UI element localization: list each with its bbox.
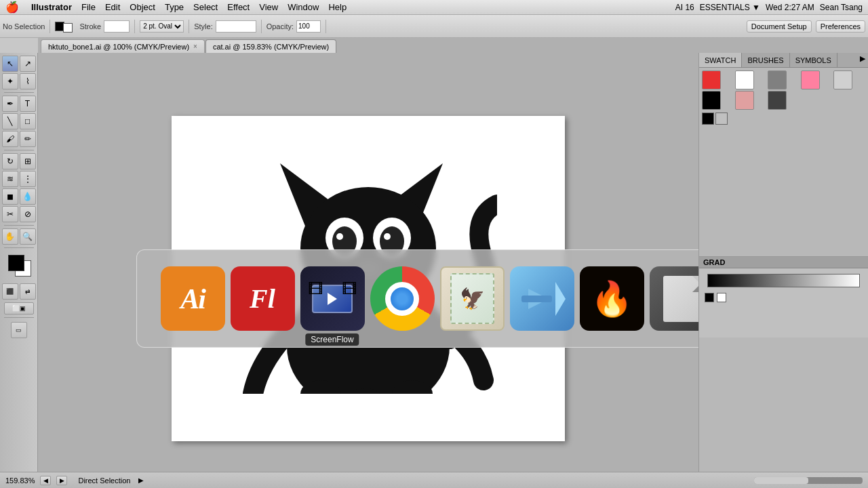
stroke-swatch[interactable]: [63, 23, 73, 33]
dock-item-migrate[interactable]: [510, 266, 574, 331]
rotate-tool[interactable]: ↻: [2, 153, 18, 169]
opacity-label: Opacity:: [267, 22, 294, 30]
document-setup-button[interactable]: Document Setup: [747, 20, 812, 33]
menu-window[interactable]: Window: [288, 2, 319, 12]
hand-tool[interactable]: ✋: [2, 228, 18, 245]
type-tool[interactable]: T: [20, 96, 36, 112]
tool-row-7: ≋ ⋮: [2, 171, 36, 187]
dock-item-pages[interactable]: [650, 266, 699, 331]
lasso-tool[interactable]: ⌇: [20, 73, 36, 89]
dock-item-illustrator[interactable]: Ai: [161, 266, 225, 331]
stroke-input[interactable]: [104, 20, 130, 33]
toolbar: No Selection Stroke 2 pt. Oval Style: Op…: [0, 15, 868, 38]
screenflow-tooltip: ScreenFlow: [305, 333, 359, 346]
sw-silver-sm[interactable]: [715, 113, 728, 125]
menubar-essentials[interactable]: ESSENTIALS ▼: [700, 3, 760, 12]
panel-tab-brushes[interactable]: BRUSHES: [742, 53, 789, 67]
flash-icon: Fl: [231, 266, 295, 331]
pen-tool[interactable]: ✒: [2, 96, 18, 112]
svg-rect-15: [521, 296, 552, 302]
scale-tool[interactable]: ⊞: [20, 153, 36, 169]
screenflow-icon: 🎞 🎞: [300, 266, 365, 331]
swatch-red[interactable]: [702, 70, 721, 89]
tab-cat[interactable]: cat.ai @ 159.83% (CMYK/Preview): [205, 39, 336, 53]
panel-tab-swatch[interactable]: SWATCH: [699, 53, 742, 67]
dock-item-burn[interactable]: 🔥: [580, 266, 644, 331]
swatch-lgray[interactable]: [833, 70, 852, 89]
tool-row-10: ✋ 🔍: [2, 228, 36, 245]
tool-row-6: ↻ ⊞: [2, 153, 36, 169]
menu-help[interactable]: Help: [328, 2, 347, 12]
panel-menu-btn[interactable]: ▶: [857, 53, 868, 67]
zoom-tool[interactable]: 🔍: [20, 228, 36, 245]
panel-tabs: SWATCH BRUSHES SYMBOLS ▶: [699, 53, 868, 68]
menu-object[interactable]: Object: [130, 2, 155, 12]
gradient-panel: GRAD: [698, 256, 868, 338]
menu-type[interactable]: Type: [165, 2, 184, 12]
slice-tool[interactable]: ⊘: [20, 206, 36, 222]
brush-select[interactable]: 2 pt. Oval: [140, 20, 184, 33]
shape-tool[interactable]: □: [20, 113, 36, 129]
eyedropper-tool[interactable]: 💧: [20, 188, 36, 205]
menu-illustrator[interactable]: Illustrator: [31, 2, 72, 12]
mesh-tool[interactable]: ⋮: [20, 171, 36, 187]
dock-item-chrome[interactable]: [370, 266, 435, 331]
scroll-thumb: [754, 477, 808, 484]
dock-item-screenflow[interactable]: 🎞 🎞 ScreenFlow: [300, 266, 365, 331]
swap-colors-btn[interactable]: ⇄: [20, 283, 36, 300]
apple-menu-icon[interactable]: 🍎: [5, 1, 19, 14]
selection-tool[interactable]: ↖: [2, 56, 18, 72]
gradient-tool[interactable]: ◼: [2, 188, 18, 205]
scissors-tool[interactable]: ✂: [2, 206, 18, 222]
panel-tab-symbols[interactable]: SYMBOLS: [790, 53, 837, 67]
swatch-gray[interactable]: [768, 70, 787, 89]
swatch-black[interactable]: [702, 91, 721, 110]
tab-hktuto-label: hktuto_bone1.ai @ 100% (CMYK/Preview): [48, 43, 189, 51]
default-colors-btn[interactable]: ⬛: [2, 283, 18, 300]
scroll-bar[interactable]: [754, 477, 863, 484]
menu-file[interactable]: File: [81, 2, 96, 12]
tool-div-1: [4, 92, 34, 93]
screen-mode-btn[interactable]: ▭: [11, 322, 27, 338]
menu-view[interactable]: View: [259, 2, 278, 12]
gradient-swatch[interactable]: [707, 274, 859, 287]
magic-wand-tool[interactable]: ✦: [2, 73, 18, 89]
pages-icon: [650, 266, 699, 331]
swatch-white[interactable]: [735, 70, 754, 89]
tab-hktuto[interactable]: hktuto_bone1.ai @ 100% (CMYK/Preview) ×: [41, 39, 205, 53]
tool-indicator: Direct Selection: [78, 476, 130, 485]
swatch-pink[interactable]: [801, 70, 820, 89]
chrome-icon: [370, 266, 435, 331]
swatch-dgray[interactable]: [768, 91, 787, 110]
style-input[interactable]: [216, 20, 256, 33]
menu-edit[interactable]: Edit: [105, 2, 120, 12]
menu-effect[interactable]: Effect: [227, 2, 250, 12]
tool-row-5: 🖌 ✏: [2, 131, 36, 147]
gradient-stop-1[interactable]: [705, 293, 714, 302]
blend-tool[interactable]: ≋: [2, 171, 18, 187]
direct-selection-tool[interactable]: ↗: [20, 56, 36, 72]
nav-next-btn[interactable]: ▶: [56, 476, 67, 485]
no-selection-label: No Selection: [3, 22, 45, 30]
toolbar-sep-1: [50, 20, 50, 33]
line-tool[interactable]: ╲: [2, 113, 18, 129]
stroke-fill-btn[interactable]: ⬜▣: [4, 302, 34, 314]
menubar-time: Wed 2:27 AM: [766, 3, 814, 12]
opacity-input[interactable]: 100: [296, 20, 321, 33]
screenflow-reel-right: 🎞: [342, 281, 357, 298]
gradient-stop-2[interactable]: [717, 293, 726, 302]
nav-prev-btn[interactable]: ◀: [40, 476, 51, 485]
swatch-rose[interactable]: [735, 91, 754, 110]
menu-select[interactable]: Select: [193, 2, 218, 12]
sw-black-sm[interactable]: [702, 113, 714, 125]
dock-item-flash[interactable]: Fl: [231, 266, 295, 331]
svg-point-8: [384, 233, 391, 240]
pencil-tool[interactable]: ✏: [20, 131, 36, 147]
foreground-color-swatch[interactable]: [8, 255, 24, 271]
tool-div-2: [4, 150, 34, 150]
preferences-button[interactable]: Preferences: [816, 20, 865, 33]
tab-hktuto-close[interactable]: ×: [193, 43, 197, 50]
dock-item-mail[interactable]: 🦅: [440, 266, 505, 331]
screenflow-reel-left: 🎞: [308, 281, 323, 298]
brush-tool[interactable]: 🖌: [2, 131, 18, 147]
